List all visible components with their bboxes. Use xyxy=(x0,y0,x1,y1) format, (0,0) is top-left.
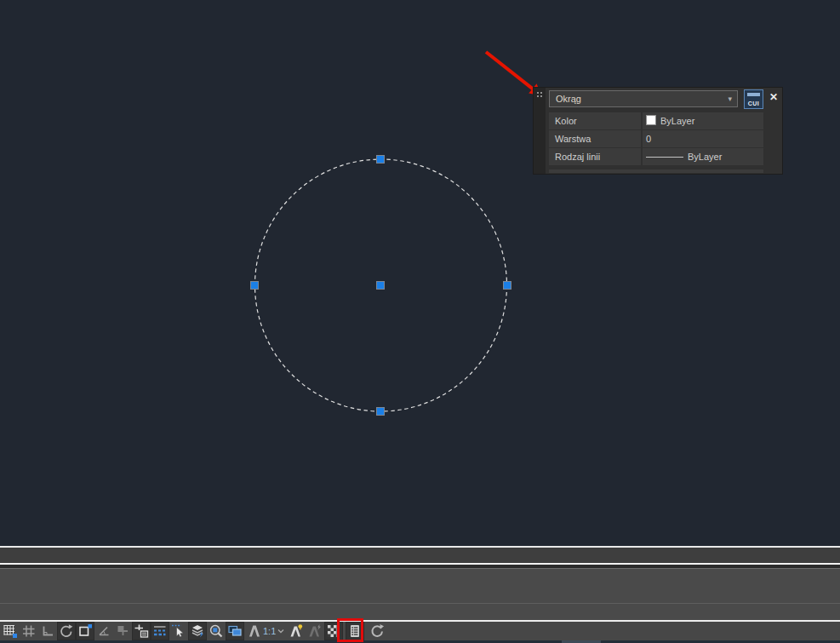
linetype-sample-icon xyxy=(646,157,683,158)
annotation-scale-selector[interactable]: 1:1 xyxy=(244,622,287,640)
annotation-visibility-icon[interactable] xyxy=(287,622,306,640)
object-type-label: Okrąg xyxy=(556,94,581,104)
autocad-window: Okrąg ▾ CUI ✕ Kolor ByLayer Warstwa 0 Ro… xyxy=(0,0,840,643)
panel-footer-strip xyxy=(549,169,763,173)
selection-cycling-icon[interactable] xyxy=(169,622,188,640)
layout-bar xyxy=(0,604,840,620)
grip-top[interactable] xyxy=(376,155,385,164)
quick-properties-panel: Okrąg ▾ CUI ✕ Kolor ByLayer Warstwa 0 Ro… xyxy=(534,88,782,174)
circular-arrow-icon[interactable] xyxy=(368,622,386,640)
chevron-down-icon: ▾ xyxy=(728,91,732,106)
object-type-dropdown[interactable]: Okrąg ▾ xyxy=(549,90,738,107)
property-label: Kolor xyxy=(549,112,641,129)
color-swatch xyxy=(646,115,656,125)
layout-bar xyxy=(0,569,840,603)
command-line-bar[interactable] xyxy=(0,548,840,563)
cui-button-label: CUI xyxy=(745,100,763,106)
grid-display-icon[interactable] xyxy=(20,622,38,640)
cui-window-icon xyxy=(747,93,760,96)
property-label: Rodzaj linii xyxy=(549,148,641,165)
annotation-scale-value: 1:1 xyxy=(263,626,276,636)
grip-bottom[interactable] xyxy=(376,407,385,416)
layer-value: 0 xyxy=(646,134,651,144)
layers-lightning-icon[interactable] xyxy=(188,622,207,640)
grip-right[interactable] xyxy=(503,281,511,290)
object-snap-tracking-icon[interactable] xyxy=(132,622,151,640)
color-value: ByLayer xyxy=(660,116,694,126)
annotation-figure-icon xyxy=(247,623,262,639)
quick-properties-icon[interactable] xyxy=(346,622,364,640)
linetype-value: ByLayer xyxy=(688,152,722,162)
property-row-linetype: Rodzaj linii ByLayer xyxy=(549,148,763,165)
transparency-icon[interactable] xyxy=(324,622,343,640)
magnifier-icon[interactable] xyxy=(207,622,226,640)
ortho-mode-icon[interactable] xyxy=(38,622,57,640)
graphics-performance-icon[interactable] xyxy=(226,622,244,640)
color-value-cell[interactable]: ByLayer xyxy=(643,112,763,129)
cui-button[interactable]: CUI xyxy=(744,89,763,109)
status-bar: 1:1 xyxy=(0,622,840,640)
dynamic-ucs-icon[interactable] xyxy=(113,622,132,640)
snap-mode-icon[interactable] xyxy=(1,622,20,640)
close-icon[interactable]: ✕ xyxy=(767,90,780,104)
polar-tracking-icon[interactable] xyxy=(57,622,76,640)
lineweight-icon[interactable] xyxy=(151,622,169,640)
autoscale-icon[interactable] xyxy=(306,622,324,640)
chevron-down-icon xyxy=(277,629,284,634)
panel-grab-bar[interactable] xyxy=(534,88,546,174)
isometric-drafting-icon[interactable] xyxy=(94,622,113,640)
property-label: Warstwa xyxy=(549,130,641,147)
grip-left[interactable] xyxy=(250,281,259,290)
linetype-value-cell[interactable]: ByLayer xyxy=(643,148,763,165)
property-row-layer: Warstwa 0 xyxy=(549,130,763,147)
grip-center[interactable] xyxy=(376,281,385,290)
property-row-color: Kolor ByLayer xyxy=(549,112,763,129)
object-snap-icon[interactable] xyxy=(76,622,94,640)
layer-value-cell[interactable]: 0 xyxy=(643,130,763,147)
